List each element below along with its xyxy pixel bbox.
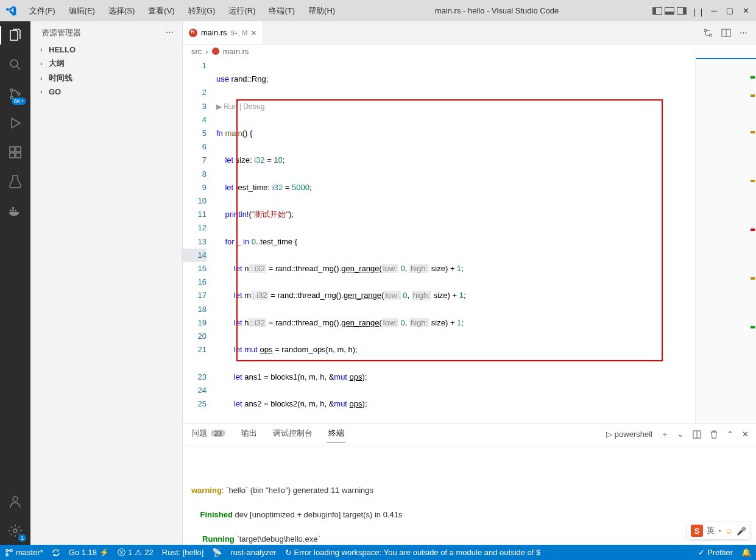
panel-tab-output[interactable]: 输出 (240, 427, 258, 442)
svg-point-18 (6, 549, 9, 551)
line-gutter: 1 23456789101112131415161718192021 23242… (183, 58, 216, 423)
docker-icon[interactable] (7, 203, 23, 219)
panel-expand-icon[interactable]: ⌃ (727, 430, 733, 439)
status-rust-analyzer[interactable]: rust-analyzer (230, 548, 276, 557)
breadcrumb-folder[interactable]: src (191, 47, 202, 56)
svg-point-20 (10, 549, 13, 551)
close-icon[interactable]: ✕ (740, 5, 751, 16)
svg-point-15 (709, 34, 712, 37)
ime-lang[interactable]: 英 (707, 525, 715, 536)
menu-go[interactable]: 转到(G) (182, 3, 222, 19)
window-controls: ─ ▢ ✕ (708, 5, 751, 16)
status-prettier[interactable]: ✓ Prettier (698, 548, 733, 557)
menu-terminal[interactable]: 终端(T) (263, 3, 301, 19)
scm-badge: 6K+ (12, 97, 26, 105)
sidebar-item-go[interactable]: ›GO (37, 85, 176, 98)
layout-toggles[interactable]: ❘❘ (652, 7, 701, 15)
status-sync-icon[interactable] (52, 548, 60, 557)
breadcrumb-file[interactable]: main.rs (223, 47, 249, 56)
explorer-icon[interactable] (7, 27, 23, 43)
gear-badge: 1 (18, 534, 26, 542)
rust-file-icon (212, 48, 219, 55)
breadcrumbs[interactable]: src › main.rs (183, 44, 756, 58)
svg-point-0 (10, 60, 18, 67)
emoji-icon[interactable]: ☺ (725, 526, 733, 536)
editor-tabs: main.rs 9+, M × ⋯ (183, 21, 756, 44)
status-loading-error[interactable]: ↻ Error loading workspace: You are outsi… (285, 548, 541, 557)
svg-rect-9 (12, 210, 14, 211)
activity-bar: 6K+ 1 (0, 21, 30, 545)
account-icon[interactable] (7, 494, 23, 509)
status-notifications-icon[interactable]: 🔔 (741, 548, 751, 557)
minimap[interactable] (695, 58, 756, 423)
chevron-down-icon[interactable]: ⌄ (677, 430, 684, 439)
svg-rect-10 (15, 210, 16, 211)
menu-bar: 文件(F) 编辑(E) 选择(S) 查看(V) 转到(G) 运行(R) 终端(T… (23, 3, 341, 19)
compare-icon[interactable] (703, 28, 713, 38)
menu-selection[interactable]: 选择(S) (102, 3, 141, 19)
svg-point-1 (10, 89, 13, 91)
title-bar: 文件(F) 编辑(E) 选择(S) 查看(V) 转到(G) 运行(R) 终端(T… (0, 0, 756, 21)
status-rust[interactable]: Rust: [hello] (162, 548, 204, 557)
panel-close-icon[interactable]: ✕ (742, 430, 749, 439)
svg-rect-8 (10, 210, 12, 211)
window-title: main.rs - hello - Visual Studio Code (341, 6, 652, 15)
svg-rect-5 (10, 153, 15, 158)
tab-main-rs[interactable]: main.rs 9+, M × (183, 21, 263, 44)
rust-file-icon (189, 29, 197, 37)
menu-run[interactable]: 运行(R) (222, 3, 261, 19)
status-errors-warnings[interactable]: ⓧ 1 ⚠ 22 (118, 547, 154, 558)
scrollbar-track[interactable] (749, 58, 756, 423)
split-terminal-icon[interactable] (693, 430, 701, 439)
tab-modified-badge: 9+, M (231, 29, 248, 37)
tab-close-icon[interactable]: × (251, 28, 256, 38)
code-editor[interactable]: 1 23456789101112131415161718192021 23242… (183, 58, 756, 423)
ime-overlay[interactable]: S 英 • ☺ 🎤 (687, 522, 750, 539)
split-editor-icon[interactable] (721, 28, 731, 38)
status-bar: master* Go 1.18 ⚡ ⓧ 1 ⚠ 22 Rust: [hello]… (0, 545, 756, 560)
sidebar-item-outline[interactable]: ›大纲 (37, 56, 176, 71)
svg-point-19 (6, 553, 9, 556)
svg-point-14 (704, 29, 707, 32)
terminal-new-icon[interactable]: ＋ (661, 429, 669, 440)
status-radio-icon[interactable]: 📡 (212, 548, 222, 557)
menu-file[interactable]: 文件(F) (23, 3, 62, 19)
panel-tab-problems[interactable]: 问题23 (190, 427, 227, 442)
minimize-icon[interactable]: ─ (708, 5, 719, 16)
panel-tab-terminal[interactable]: 终端 (327, 427, 345, 442)
menu-view[interactable]: 查看(V) (142, 3, 180, 19)
menu-edit[interactable]: 编辑(E) (63, 3, 101, 19)
search-icon[interactable] (7, 57, 23, 73)
tab-label: main.rs (201, 28, 227, 37)
sidebar-more-icon[interactable]: ⋯ (166, 27, 174, 38)
status-go[interactable]: Go 1.18 ⚡ (69, 548, 109, 557)
code-content[interactable]: use rand::Rng; ▶ Run | Debug fn main() {… (216, 58, 695, 423)
bottom-panel: 问题23 输出 调试控制台 终端 ▷ powershell ＋ ⌄ ⌃ ✕ wa… (183, 423, 756, 545)
terminal-shell-select[interactable]: ▷ powershell (606, 430, 652, 439)
sogou-logo-icon: S (691, 525, 703, 537)
svg-rect-11 (12, 207, 14, 209)
testing-icon[interactable] (7, 174, 23, 190)
settings-gear-icon[interactable]: 1 (7, 523, 23, 539)
status-branch[interactable]: master* (5, 548, 43, 557)
sidebar-item-timeline[interactable]: ›时间线 (37, 71, 176, 85)
sidebar-title: 资源管理器 (41, 27, 81, 38)
svg-rect-4 (10, 147, 15, 152)
menu-help[interactable]: 帮助(H) (302, 3, 341, 19)
extensions-icon[interactable] (7, 144, 23, 160)
source-control-icon[interactable]: 6K+ (7, 86, 23, 102)
sidebar-item-hello[interactable]: ›HELLO (37, 43, 176, 56)
highlight-box (236, 99, 663, 361)
tab-more-icon[interactable]: ⋯ (740, 28, 747, 37)
vscode-logo-icon (5, 5, 17, 17)
svg-point-12 (13, 497, 18, 502)
chevron-right-icon: › (205, 47, 208, 56)
svg-point-13 (13, 529, 17, 533)
panel-tab-debug-console[interactable]: 调试控制台 (272, 427, 314, 442)
run-debug-icon[interactable] (7, 115, 23, 131)
svg-rect-6 (16, 153, 21, 158)
mic-icon[interactable]: 🎤 (737, 526, 746, 536)
terminal-output[interactable]: warning: `hello` (bin "hello") generated… (183, 445, 756, 560)
trash-icon[interactable] (710, 430, 718, 439)
maximize-icon[interactable]: ▢ (724, 5, 735, 16)
